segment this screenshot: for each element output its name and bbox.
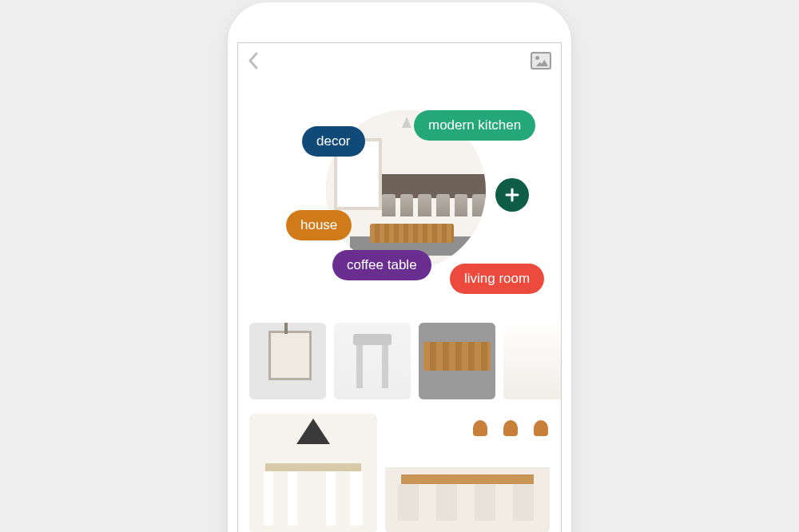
dining-set-white-card[interactable] [249, 414, 377, 532]
top-bar [238, 43, 561, 78]
partial-thumb[interactable] [503, 323, 561, 399]
phone-frame: decormodern kitchenhousecoffee tablelivi… [228, 2, 571, 532]
pendant-light-thumb[interactable] [249, 323, 326, 399]
app-screen: decormodern kitchenhousecoffee tablelivi… [237, 42, 562, 532]
visual-search-hero: decormodern kitchenhousecoffee tablelivi… [238, 86, 561, 294]
results-grid [238, 399, 561, 532]
wood-table-thumb[interactable] [419, 323, 495, 399]
image-picker-icon[interactable] [531, 52, 551, 69]
tag-decor[interactable]: decor [302, 126, 365, 157]
chevron-left-icon [248, 52, 259, 69]
long-dining-hall-card[interactable] [385, 414, 550, 532]
related-thumbnails-row[interactable] [238, 323, 561, 399]
tag-house[interactable]: house [286, 210, 352, 240]
tag-modern-kitchen[interactable]: modern kitchen [414, 110, 535, 141]
plus-icon [504, 187, 520, 203]
add-tag-button[interactable] [495, 178, 529, 212]
bar-stool-thumb[interactable] [334, 323, 411, 399]
tag-living-room[interactable]: living room [450, 264, 544, 294]
back-button[interactable] [248, 52, 259, 69]
tag-coffee-table[interactable]: coffee table [332, 250, 431, 280]
